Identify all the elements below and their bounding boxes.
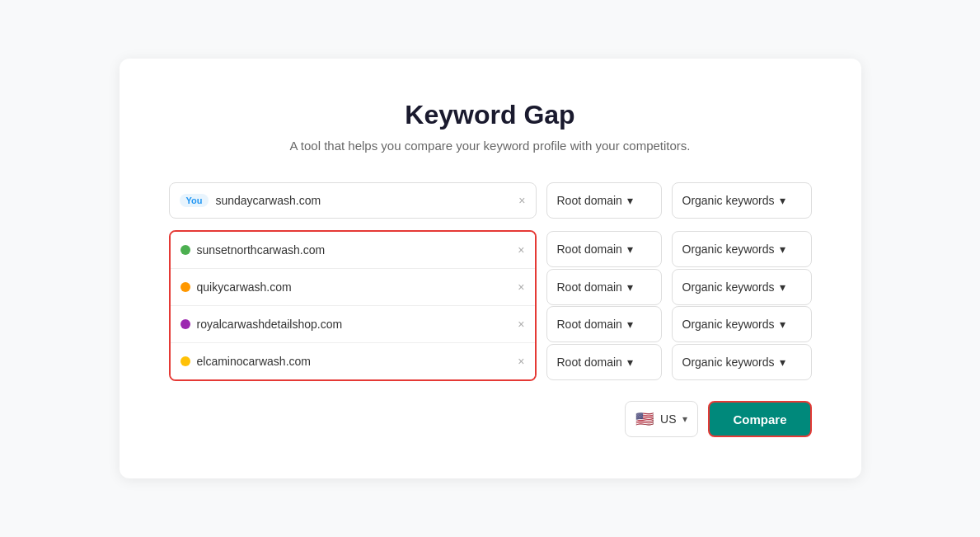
page-title: Keyword Gap xyxy=(169,100,812,130)
competitor-3-dropdowns: Root domain ▾ Organic keywords ▾ xyxy=(546,306,812,342)
competitor-4-keyword-type-dropdown[interactable]: Organic keywords ▾ xyxy=(672,344,812,380)
competitor-4-domain-type-dropdown[interactable]: Root domain ▾ xyxy=(546,344,662,380)
competitor-4-domain: elcaminocarwash.com xyxy=(197,355,512,368)
main-domain-type-dropdown[interactable]: Root domain ▾ xyxy=(546,182,662,219)
country-flag: 🇺🇸 xyxy=(635,410,654,428)
competitor-1-keyword-type-dropdown[interactable]: Organic keywords ▾ xyxy=(672,231,812,267)
main-keyword-type-dropdown[interactable]: Organic keywords ▾ xyxy=(672,182,812,219)
competitor-row-1: sunsetnorthcarwash.com × xyxy=(171,232,535,268)
competitor-1-dot xyxy=(181,245,190,255)
competitor-4-dropdowns: Root domain ▾ Organic keywords ▾ xyxy=(546,344,812,380)
competitor-2-dropdowns: Root domain ▾ Organic keywords ▾ xyxy=(546,269,812,305)
comp3-domain-chevron: ▾ xyxy=(627,318,651,331)
competitor-3-keyword-type-dropdown[interactable]: Organic keywords ▾ xyxy=(672,306,812,342)
footer-row: 🇺🇸 US ▾ Compare xyxy=(169,401,812,437)
comp4-keyword-chevron: ▾ xyxy=(780,356,801,369)
competitor-4-domain-type-label: Root domain xyxy=(557,356,622,369)
competitor-1-domain: sunsetnorthcarwash.com xyxy=(197,243,512,257)
competitor-1-dropdowns: Root domain ▾ Organic keywords ▾ xyxy=(546,231,812,267)
competitor-row-2: quikycarwash.com × xyxy=(171,269,535,305)
competitor-1-domain-type-dropdown[interactable]: Root domain ▾ xyxy=(546,231,662,267)
competitor-3-clear[interactable]: × xyxy=(518,318,524,331)
main-domain-input[interactable]: You sundaycarwash.com × xyxy=(169,182,537,219)
competitor-3-domain: royalcarwashdetailshop.com xyxy=(197,318,512,331)
competitor-2-keyword-type-dropdown[interactable]: Organic keywords ▾ xyxy=(672,269,812,305)
compare-button[interactable]: Compare xyxy=(708,401,811,437)
comp2-keyword-chevron: ▾ xyxy=(780,280,801,294)
you-badge: You xyxy=(180,194,209,207)
competitor-row-3: royalcarwashdetailshop.com × xyxy=(171,306,535,342)
competitors-box: sunsetnorthcarwash.com × quikycarwash.co… xyxy=(169,230,537,381)
competitor-1-keyword-type-label: Organic keywords xyxy=(682,243,775,256)
page-subtitle: A tool that helps you compare your keywo… xyxy=(169,139,812,153)
main-domain-type-chevron: ▾ xyxy=(627,194,651,207)
main-card: Keyword Gap A tool that helps you compar… xyxy=(120,59,861,478)
competitor-4-clear[interactable]: × xyxy=(518,355,524,368)
country-chevron: ▾ xyxy=(682,413,687,425)
competitor-1-clear[interactable]: × xyxy=(518,243,524,257)
country-selector[interactable]: 🇺🇸 US ▾ xyxy=(625,401,698,437)
competitor-1-domain-type-label: Root domain xyxy=(557,243,622,256)
competitor-4-dot xyxy=(181,356,190,366)
competitor-3-domain-type-label: Root domain xyxy=(557,318,622,331)
competitor-2-keyword-type-label: Organic keywords xyxy=(682,280,775,294)
main-domain-row: You sundaycarwash.com × Root domain ▾ Or… xyxy=(169,182,812,219)
main-domain-text: sundaycarwash.com xyxy=(215,194,512,207)
main-keyword-type-chevron: ▾ xyxy=(780,194,801,207)
competitor-row-4: elcaminocarwash.com × xyxy=(171,343,535,379)
competitor-3-keyword-type-label: Organic keywords xyxy=(682,318,775,331)
competitor-4-keyword-type-label: Organic keywords xyxy=(682,356,775,369)
comp2-domain-chevron: ▾ xyxy=(627,280,651,294)
comp4-domain-chevron: ▾ xyxy=(627,356,651,369)
main-keyword-type-label: Organic keywords xyxy=(682,194,775,207)
competitor-2-domain: quikycarwash.com xyxy=(197,280,512,294)
competitor-2-clear[interactable]: × xyxy=(518,280,524,294)
comp3-keyword-chevron: ▾ xyxy=(780,318,801,331)
comp1-domain-chevron: ▾ xyxy=(627,243,651,256)
competitor-2-dot xyxy=(181,282,190,292)
country-code: US xyxy=(660,412,676,426)
competitor-2-domain-type-label: Root domain xyxy=(557,280,622,294)
competitor-3-dot xyxy=(181,319,190,329)
main-clear-icon[interactable]: × xyxy=(518,194,525,207)
main-domain-type-label: Root domain xyxy=(557,194,622,207)
comp1-keyword-chevron: ▾ xyxy=(780,243,801,256)
competitor-2-domain-type-dropdown[interactable]: Root domain ▾ xyxy=(546,269,662,305)
competitor-3-domain-type-dropdown[interactable]: Root domain ▾ xyxy=(546,306,662,342)
